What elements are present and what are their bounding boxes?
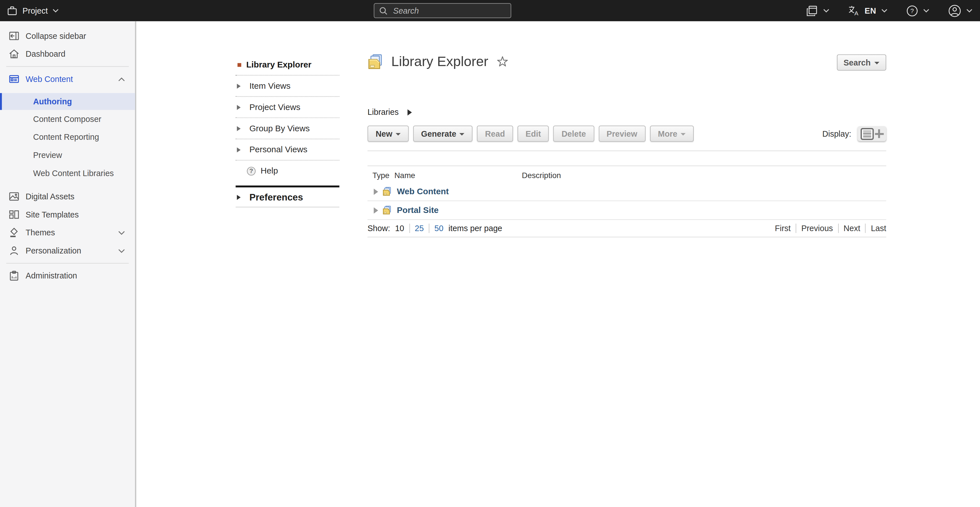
list-view-icon[interactable] xyxy=(860,127,873,140)
table-row[interactable]: Portal Site xyxy=(368,201,886,220)
page-title: Library Explorer xyxy=(391,54,488,70)
divider xyxy=(795,224,796,233)
divider xyxy=(838,224,838,233)
divider xyxy=(409,224,410,233)
page-size-50[interactable]: 50 xyxy=(434,224,444,233)
more-button[interactable]: More xyxy=(650,126,694,142)
topbar-actions: A EN ? xyxy=(806,0,972,21)
sidebar-item-personalization[interactable]: Personalization xyxy=(0,242,135,260)
breadcrumb-arrow-icon[interactable] xyxy=(407,109,416,115)
web-content-label: Web Content xyxy=(25,74,73,84)
generate-button[interactable]: Generate xyxy=(413,126,473,142)
menu-item-group-by-views[interactable]: Group By Views xyxy=(235,118,339,139)
expand-triangle-icon xyxy=(237,83,244,89)
sidebar-item-web-content-libraries[interactable]: Web Content Libraries xyxy=(0,164,135,182)
item-views-label: Item Views xyxy=(250,81,291,91)
content-composer-label: Content Composer xyxy=(33,114,101,124)
chevron-down-icon xyxy=(53,9,59,13)
person-icon xyxy=(9,246,19,256)
themes-icon xyxy=(9,227,19,238)
page-header: Library Explorer xyxy=(368,54,509,70)
items-per-page-label: items per page xyxy=(449,224,502,233)
page-size-25[interactable]: 25 xyxy=(415,224,424,233)
caret-down-icon xyxy=(875,62,880,64)
sidebar-item-authoring[interactable]: Authoring xyxy=(0,93,135,110)
avatar-icon xyxy=(948,4,961,17)
search-dropdown-button[interactable]: Search xyxy=(837,54,886,71)
page-size-10[interactable]: 10 xyxy=(395,224,404,233)
sidebar-item-dashboard[interactable]: Dashboard xyxy=(0,45,135,63)
last-page-link[interactable]: Last xyxy=(871,224,886,233)
sidebar-item-themes[interactable]: Themes xyxy=(0,224,135,242)
chevron-down-icon xyxy=(966,9,973,13)
search-input[interactable] xyxy=(392,5,506,16)
dashboard-label: Dashboard xyxy=(25,49,65,59)
new-button[interactable]: New xyxy=(368,126,409,142)
sidebar-item-site-templates[interactable]: Site Templates xyxy=(0,206,135,224)
caret-down-icon xyxy=(396,133,401,135)
expand-triangle-icon xyxy=(237,147,244,152)
menu-item-preferences[interactable]: Preferences xyxy=(235,188,339,207)
user-menu[interactable] xyxy=(948,4,973,17)
display-label: Display: xyxy=(822,129,851,138)
administration-label: Administration xyxy=(25,271,77,280)
site-templates-icon xyxy=(9,209,19,220)
toolbar: New Generate Read Edit Delete Preview Mo… xyxy=(368,126,694,142)
site-menu[interactable] xyxy=(806,5,830,17)
delete-button-label: Delete xyxy=(562,129,586,138)
library-folder-icon xyxy=(382,187,392,196)
content-reporting-label: Content Reporting xyxy=(33,132,99,142)
expand-triangle-icon xyxy=(237,105,244,110)
sidebar-item-content-composer[interactable]: Content Composer xyxy=(0,110,135,128)
help-icon: ? xyxy=(247,167,256,175)
themes-label: Themes xyxy=(25,228,55,237)
chevron-down-icon xyxy=(881,9,888,13)
sidebar-item-content-reporting[interactable]: Content Reporting xyxy=(0,128,135,146)
help-icon: ? xyxy=(906,5,918,17)
caret-down-icon xyxy=(680,133,686,135)
divider xyxy=(368,151,886,151)
generate-button-label: Generate xyxy=(421,129,456,138)
table-row[interactable]: Web Content xyxy=(368,182,886,201)
favorite-star-icon[interactable] xyxy=(496,55,509,68)
column-header-description: Description xyxy=(522,171,561,180)
menu-item-item-views[interactable]: Item Views xyxy=(235,76,339,97)
menu-item-personal-views[interactable]: Personal Views xyxy=(235,139,339,161)
preview-button[interactable]: Preview xyxy=(598,126,646,142)
sidebar-item-web-content[interactable]: Web Content xyxy=(0,70,135,88)
expand-triangle-icon[interactable] xyxy=(374,207,378,213)
read-button[interactable]: Read xyxy=(477,126,513,142)
sidebar-item-digital-assets[interactable]: Digital Assets xyxy=(0,188,135,206)
delete-button[interactable]: Delete xyxy=(554,126,594,142)
library-link-web-content[interactable]: Web Content xyxy=(397,187,449,196)
expand-triangle-icon xyxy=(237,194,244,200)
group-by-views-label: Group By Views xyxy=(250,124,310,133)
library-link-portal-site[interactable]: Portal Site xyxy=(397,206,439,215)
edit-button[interactable]: Edit xyxy=(517,126,549,142)
menu-item-project-views[interactable]: Project Views xyxy=(235,97,339,118)
clipboard-icon xyxy=(9,270,19,281)
breadcrumb-libraries[interactable]: Libraries xyxy=(368,108,399,117)
svg-text:A: A xyxy=(854,10,859,16)
search-icon xyxy=(379,6,388,15)
project-views-label: Project Views xyxy=(250,102,301,112)
collapse-sidebar-label: Collapse sidebar xyxy=(25,31,86,41)
chevron-down-icon xyxy=(118,230,125,235)
menu-item-library-explorer[interactable]: Library Explorer xyxy=(235,54,339,76)
first-page-link[interactable]: First xyxy=(775,224,791,233)
help-menu[interactable]: ? xyxy=(906,5,929,17)
next-page-link[interactable]: Next xyxy=(843,224,860,233)
collapse-sidebar-button[interactable]: Collapse sidebar xyxy=(0,27,135,45)
add-view-icon[interactable] xyxy=(875,129,883,138)
sidebar-item-administration[interactable]: Administration xyxy=(0,267,135,285)
display-toggle[interactable] xyxy=(858,126,886,141)
project-menu[interactable]: Project xyxy=(0,5,59,16)
expand-triangle-icon[interactable] xyxy=(374,188,378,194)
language-menu[interactable]: A EN xyxy=(848,5,888,16)
site-templates-label: Site Templates xyxy=(25,210,79,219)
collapse-sidebar-icon xyxy=(9,31,19,41)
previous-page-link[interactable]: Previous xyxy=(801,224,833,233)
windows-icon xyxy=(806,5,818,17)
sidebar-item-preview[interactable]: Preview xyxy=(0,146,135,164)
menu-item-help[interactable]: ? Help xyxy=(235,161,339,181)
